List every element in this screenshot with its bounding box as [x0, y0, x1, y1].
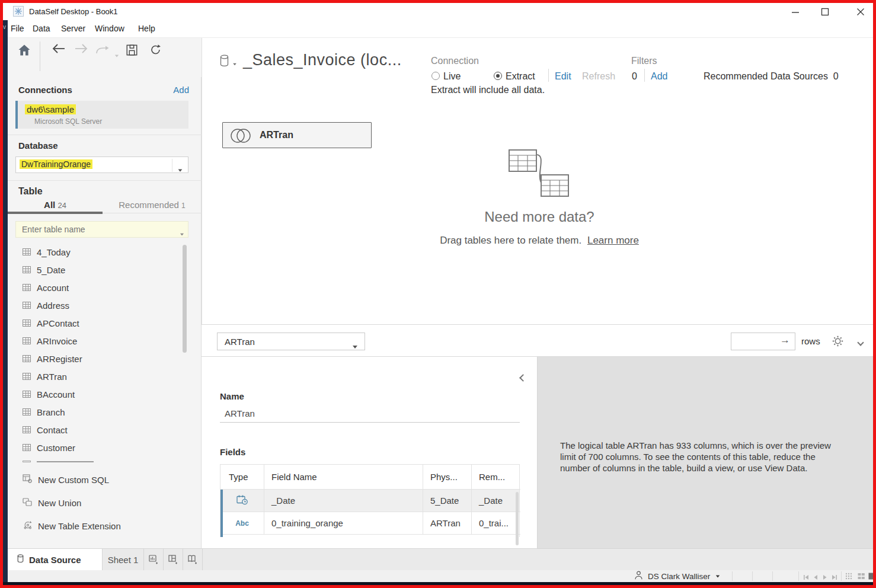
save-button[interactable] — [126, 44, 138, 58]
table-select[interactable]: ARTran — [217, 333, 365, 350]
table-item[interactable]: Contact — [8, 421, 186, 439]
list-scrollbar[interactable] — [183, 245, 187, 353]
user-menu[interactable]: DS Clark Walliser — [630, 570, 728, 582]
table-item[interactable]: Address — [8, 296, 186, 314]
radio-extract-label[interactable]: Extract — [506, 71, 535, 82]
new-table-extension-button[interactable]: New Table Extension — [8, 516, 186, 535]
redo-dropdown-caret[interactable] — [114, 49, 119, 60]
data-source-canvas: _Sales_Invoice (loc... Connection Live E… — [202, 38, 873, 324]
logical-table-card[interactable]: ARTran — [222, 122, 372, 148]
status-divider — [752, 571, 753, 581]
row-accent-bar — [220, 512, 223, 535]
table-item[interactable]: BAccount — [8, 385, 186, 403]
window-title: DataSelf Desktop - Book1 — [29, 7, 118, 16]
field-row[interactable]: Abc 0_training_orange ARTran 0_trai... — [220, 512, 519, 535]
edit-link[interactable]: Edit — [555, 71, 571, 82]
recommended-data-sources-label[interactable]: Recommended Data Sources 0 — [704, 71, 839, 82]
new-worksheet-button[interactable] — [144, 549, 164, 570]
tab-data-source[interactable]: Data Source — [8, 549, 103, 570]
menu-file[interactable]: File — [11, 24, 24, 33]
menu-data[interactable]: Data — [33, 24, 50, 33]
new-custom-sql-button[interactable]: New Custom SQL — [8, 470, 186, 489]
section-divider — [8, 135, 202, 135]
table-item[interactable]: APContact — [8, 314, 186, 332]
empty-state-body: Drag tables here to relate them. Learn m… — [362, 235, 717, 247]
refresh-button[interactable] — [149, 44, 162, 58]
table-item[interactable]: Account — [8, 279, 186, 296]
name-value[interactable]: ARTran — [225, 408, 255, 418]
table-grid-icon — [23, 408, 31, 416]
recommended-data-sources-count: 0 — [833, 71, 839, 81]
field-name-cell: _Date — [264, 490, 423, 512]
table-item[interactable]: 4_Today — [8, 243, 186, 261]
rem-cell: 0_trai... — [472, 512, 520, 535]
tab-recommended[interactable]: Recommended 1 — [103, 200, 202, 210]
connections-add-button[interactable]: Add — [173, 85, 189, 95]
section-divider — [8, 180, 202, 181]
home-button[interactable] — [18, 44, 30, 58]
show-filmstrip-view-button[interactable] — [858, 573, 865, 581]
data-source-title[interactable]: _Sales_Invoice (loc... — [243, 51, 402, 69]
tab-all[interactable]: All 24 — [8, 200, 103, 210]
table-grid-icon — [23, 248, 31, 255]
database-icon[interactable] — [220, 55, 229, 69]
tab-sheet1[interactable]: Sheet 1 — [103, 549, 144, 570]
new-union-button[interactable]: New Union — [8, 493, 186, 512]
filters-add-button[interactable]: Add — [651, 71, 667, 82]
previous-sheet-button[interactable] — [813, 573, 819, 582]
forward-button[interactable] — [74, 43, 88, 56]
table-search-caret[interactable] — [180, 228, 184, 238]
rows-input[interactable]: → — [731, 333, 795, 350]
show-sheet-sorter-button[interactable] — [868, 573, 875, 581]
grid-settings-gear-icon[interactable] — [832, 335, 843, 349]
table-item[interactable]: ARInvoice — [8, 332, 186, 350]
status-divider — [772, 571, 773, 581]
fields-label: Fields — [220, 447, 245, 457]
bottom-dark-strip — [3, 582, 873, 585]
next-sheet-button[interactable] — [822, 573, 828, 582]
show-tabs-view-button[interactable] — [845, 573, 852, 581]
database-select-caret[interactable] — [178, 164, 183, 174]
table-search-input[interactable] — [15, 221, 188, 238]
radio-extract[interactable] — [494, 71, 502, 81]
database-icon-caret[interactable] — [232, 57, 237, 68]
menu-server[interactable]: Server — [61, 24, 85, 33]
panel-collapse-chevron-icon[interactable] — [520, 372, 526, 383]
new-dashboard-button[interactable] — [164, 549, 183, 570]
maximize-button[interactable] — [813, 3, 837, 20]
fields-scrollbar[interactable] — [516, 492, 519, 545]
last-sheet-button[interactable] — [832, 573, 837, 582]
connections-heading: Connections — [18, 85, 72, 95]
back-button[interactable] — [52, 43, 66, 56]
field-row[interactable]: _Date 5_Date _Date — [220, 490, 519, 512]
table-item[interactable]: ARRegister — [8, 350, 186, 368]
radio-live[interactable] — [431, 71, 440, 81]
first-sheet-button[interactable] — [803, 573, 809, 582]
table-item[interactable]: Branch — [8, 403, 186, 421]
status-bar: DS Clark Walliser — [8, 570, 873, 582]
close-button[interactable] — [848, 3, 873, 20]
table-item[interactable]: Customer — [8, 439, 186, 456]
menu-help[interactable]: Help — [138, 24, 155, 33]
redo-button[interactable] — [95, 46, 110, 56]
refresh-link[interactable]: Refresh — [582, 71, 615, 82]
table-item[interactable]: ARTran — [8, 368, 186, 385]
database-select-divider — [172, 159, 172, 172]
string-type-icon: Abc — [235, 519, 249, 528]
grid-collapse-chevron-icon[interactable] — [858, 337, 863, 347]
connection-item[interactable]: dw6\sample Microsoft SQL Server — [15, 101, 188, 129]
minimize-button[interactable] — [783, 3, 808, 20]
radio-live-label[interactable]: Live — [443, 71, 461, 82]
status-divider — [798, 571, 799, 581]
new-story-button[interactable] — [183, 549, 203, 570]
column-header-field-name: Field Name — [264, 465, 423, 490]
rows-input-arrow-icon[interactable]: → — [780, 334, 790, 346]
learn-more-link[interactable]: Learn more — [587, 235, 639, 246]
fields-table-header: Type Field Name Phys... Rem... — [220, 465, 519, 490]
union-icon — [23, 498, 32, 508]
menu-window[interactable]: Window — [95, 24, 124, 33]
empty-state-heading: Need more data? — [391, 209, 688, 225]
database-select[interactable]: DwTrainingOrange — [15, 156, 188, 173]
field-row-clipped — [220, 535, 519, 537]
table-item[interactable]: 5_Date — [8, 261, 186, 279]
